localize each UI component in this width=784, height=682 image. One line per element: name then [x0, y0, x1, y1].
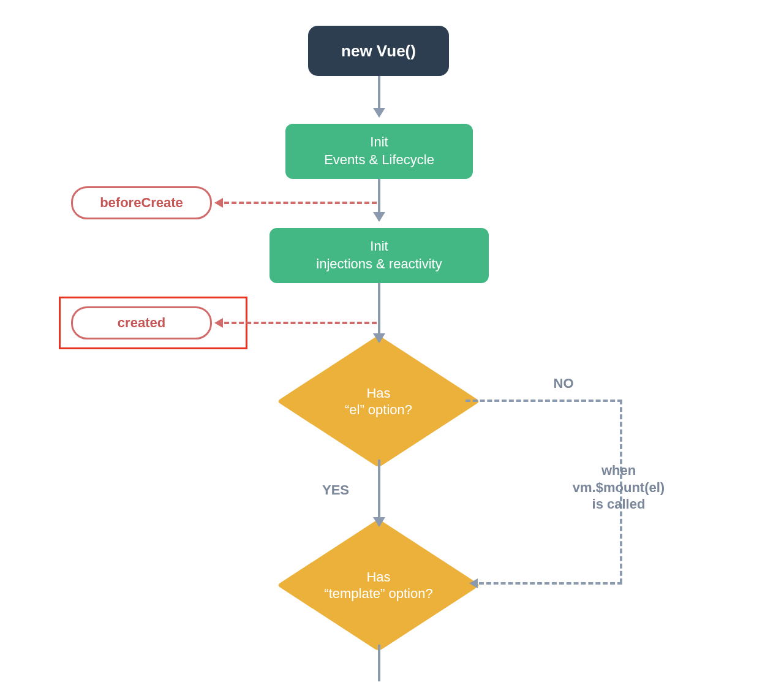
node-init-injections: Init injections & reactivity: [270, 228, 489, 283]
lifecycle-diagram: new Vue() Init Events & Lifecycle Init i…: [0, 0, 784, 682]
when-line2: vm.$mount(el): [533, 479, 704, 496]
hook-created: created: [71, 306, 212, 339]
node-init-events: Init Events & Lifecycle: [285, 124, 473, 179]
arrow-down-icon: [378, 179, 380, 221]
label-no: NO: [545, 375, 582, 392]
dashed-connector-no-top: [466, 400, 622, 402]
node-start-label: new Vue(): [341, 42, 416, 61]
arrow-down-icon: [378, 76, 380, 116]
arrow-down-icon: [378, 460, 380, 526]
hook-created-label: created: [118, 315, 165, 331]
dashed-connector-no-bottom: [472, 582, 622, 585]
dia1-line1: Has: [366, 385, 390, 402]
label-yes: YES: [317, 482, 354, 499]
dia2-line1: Has: [366, 569, 390, 586]
node-start: new Vue(): [308, 26, 449, 76]
dashed-arrow-created: [217, 322, 377, 324]
decision-has-el: Has “el” option?: [293, 343, 464, 460]
proc2-line2: injections & reactivity: [316, 256, 442, 273]
decision-has-template: Has “template” option?: [293, 527, 464, 643]
when-line3: is called: [533, 496, 704, 513]
dashed-arrow-beforecreate: [217, 202, 377, 204]
arrow-down-icon: [378, 645, 380, 681]
arrow-down-icon: [378, 283, 380, 342]
when-line1: when: [533, 462, 704, 479]
hook-beforecreate-label: beforeCreate: [100, 195, 183, 211]
proc2-line1: Init: [370, 238, 388, 256]
proc1-line1: Init: [370, 134, 388, 151]
label-when-mount: when vm.$mount(el) is called: [533, 462, 704, 513]
hook-beforecreate: beforeCreate: [71, 186, 212, 219]
dia1-line2: “el” option?: [345, 401, 412, 419]
dia2-line2: “template” option?: [324, 585, 432, 602]
proc1-line2: Events & Lifecycle: [324, 151, 434, 169]
